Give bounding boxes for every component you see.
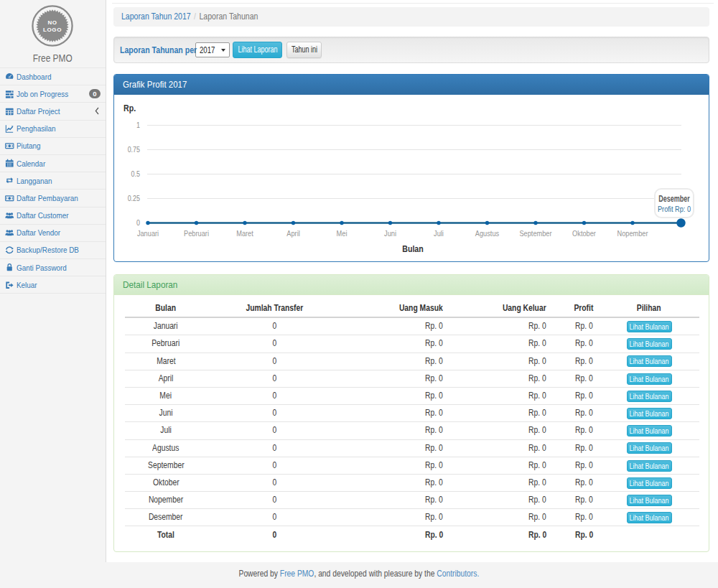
svg-text:0.5: 0.5 [131, 169, 140, 178]
svg-text:Nopember: Nopember [617, 229, 648, 238]
svg-text:Rp.: Rp. [123, 103, 136, 113]
svg-text:September: September [519, 229, 552, 238]
svg-text:0.25: 0.25 [128, 194, 140, 202]
svg-text:Mei: Mei [337, 229, 348, 238]
svg-text:Januari: Januari [137, 229, 159, 238]
svg-text:Agustus: Agustus [475, 229, 499, 238]
svg-text:Juni: Juni [384, 229, 396, 238]
svg-text:Maret: Maret [236, 229, 253, 238]
svg-text:April: April [286, 229, 299, 238]
svg-text:1: 1 [136, 121, 140, 129]
svg-text:Pebruari: Pebruari [184, 229, 209, 238]
svg-text:Juli: Juli [434, 229, 444, 238]
svg-text:Oktober: Oktober [572, 229, 596, 238]
svg-text:0.75: 0.75 [128, 145, 140, 154]
svg-text:Bulan: Bulan [402, 243, 424, 253]
svg-text:LOGO: LOGO [43, 27, 62, 33]
svg-text:0: 0 [136, 218, 140, 227]
svg-text:NO: NO [47, 19, 57, 26]
